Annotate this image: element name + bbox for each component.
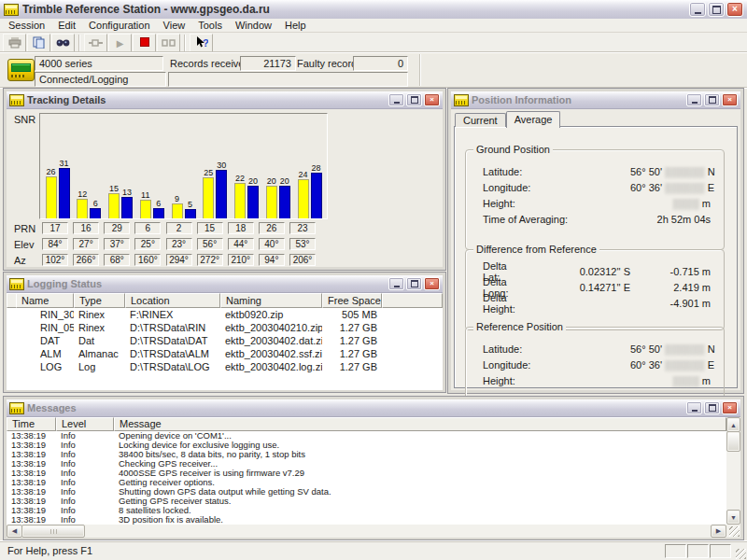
panel-divider (419, 54, 421, 86)
tab-average[interactable]: Average (506, 111, 561, 128)
list-item[interactable]: 13:38:19InfoGetting receiver options. (7, 478, 726, 487)
logging-cell: 1.27 GB (322, 360, 382, 373)
table-row[interactable]: RIN_30RinexF:\RINEXektb0920.zip505 MB (7, 308, 443, 321)
logging-column-name[interactable]: Name (16, 293, 74, 308)
list-item[interactable]: 13:38:19InfoGetting GPS receiver status. (7, 497, 726, 506)
messages-resize-grip[interactable] (726, 525, 740, 538)
scroll-right-icon[interactable]: ▶ (711, 525, 726, 538)
records-received-value: 21173 (240, 56, 296, 71)
snr-value-label: 20 (248, 176, 258, 186)
elev-cell: 25° (134, 238, 161, 250)
logging-column-blank[interactable] (382, 293, 443, 308)
tracking-maximize-button[interactable] (406, 93, 422, 106)
logging-cell: D:\TRSData\ALM (125, 347, 220, 360)
toolbar-stop-button[interactable] (133, 34, 156, 52)
messages-minimize-button[interactable] (686, 401, 702, 414)
messages-column-message[interactable]: Message (114, 417, 726, 431)
prn-cell: 18 (228, 222, 254, 234)
ground-latitude-value: 56° 50' ▒▒▒▒▒▒ N (630, 166, 711, 177)
logging-maximize-button[interactable] (406, 277, 422, 290)
menu-item-session[interactable]: Session (2, 19, 51, 32)
menu-item-tools[interactable]: Tools (191, 19, 229, 32)
close-button[interactable]: × (726, 2, 743, 17)
toolbar-find-button[interactable] (51, 34, 75, 52)
snr-value-label: 6 (156, 199, 161, 208)
logging-column-free-space[interactable]: Free Space (322, 293, 382, 308)
maximize-button[interactable] (708, 2, 725, 17)
satellite-column-prn-6: 116 (139, 190, 164, 218)
messages-close-button[interactable]: × (722, 401, 738, 414)
table-row[interactable]: LOGLogD:\TRSData\LOGektb_20030402.log.zi… (7, 360, 443, 373)
scroll-up-icon[interactable]: ▲ (726, 417, 740, 432)
logging-column-naming[interactable]: Naming (220, 293, 322, 308)
toolbar: ▶? (0, 32, 747, 53)
menu-item-configuration[interactable]: Configuration (82, 19, 156, 32)
tracking-minimize-button[interactable] (388, 93, 404, 106)
menu-item-view[interactable]: View (157, 19, 192, 32)
messages-column-level[interactable]: Level (56, 417, 114, 431)
snr-bar-unit: 20 (247, 176, 260, 218)
menu-item-edit[interactable]: Edit (51, 19, 82, 32)
menu-item-window[interactable]: Window (229, 19, 278, 32)
snr-bar-unit: 20 (265, 176, 277, 218)
snr-bar-chart: 26311261513116952530222020202428 (39, 113, 328, 219)
logging-cell: Almanac (74, 347, 125, 360)
position-maximize-button[interactable] (704, 93, 720, 106)
gps-receiver-icon (7, 59, 35, 81)
scroll-left-icon[interactable]: ◀ (7, 525, 22, 538)
prn-cell: 23 (289, 222, 316, 234)
context-help-icon: ? (195, 36, 208, 49)
logging-close-button[interactable]: × (424, 277, 440, 290)
list-item[interactable]: 13:38:19InfoChecking GPS receiver... (7, 459, 726, 469)
table-row[interactable]: RIN_05RinexD:\TRSData\RINektb_2003040210… (7, 321, 443, 334)
minimize-button[interactable] (689, 2, 706, 17)
menu-item-help[interactable]: Help (278, 19, 313, 32)
list-item[interactable]: 13:38:19Info4000SSE GPS receiver is usin… (7, 469, 726, 478)
snr-bar-blue (279, 186, 290, 218)
messages-vertical-scrollbar[interactable]: ▲ ▼ (726, 417, 740, 525)
list-item[interactable]: 13:38:19Info3D position fix is available… (7, 515, 726, 525)
message-cell: Info (56, 497, 114, 506)
toolbar-context-help-button[interactable]: ? (190, 34, 213, 52)
tab-current[interactable]: Current (455, 113, 506, 127)
window-resize-grip[interactable] (733, 542, 747, 560)
table-row[interactable]: ALMAlmanacD:\TRSData\ALMektb_20030402.ss… (7, 347, 443, 360)
snr-bar-unit: 31 (58, 159, 70, 218)
messages-column-time[interactable]: Time (7, 417, 56, 431)
toolbar-copy-button[interactable] (27, 34, 50, 52)
logging-list: NameTypeLocationNamingFree Space RIN_30R… (7, 293, 443, 390)
list-item[interactable]: 13:38:19InfoShutting down GPS data outpu… (7, 487, 726, 497)
logging-cell: 505 MB (322, 308, 382, 321)
ground-height-value: ▒▒▒▒ m (630, 198, 711, 209)
list-item[interactable]: 13:38:19Info38400 bits/sec, 8 data bits,… (7, 450, 726, 459)
logging-cell: LOG (16, 360, 74, 373)
print-icon (8, 37, 21, 49)
position-minimize-button[interactable] (686, 93, 702, 106)
logging-cell: ektb_20030402.log.zip (220, 360, 322, 373)
toolbar-connect-button (84, 34, 107, 52)
time-of-averaging-value: 2h 52m 04s (630, 214, 711, 225)
list-item[interactable]: 13:38:19Info8 satellites locked. (7, 506, 726, 515)
position-close-button[interactable]: × (722, 93, 738, 106)
az-cell: 94° (259, 254, 285, 266)
tracking-details-title-bar: Tracking Details × (7, 91, 443, 109)
tracking-close-button[interactable]: × (424, 93, 440, 106)
table-row[interactable]: DATDatD:\TRSData\DATektb_20030402.dat.zi… (7, 334, 443, 347)
logging-column-location[interactable]: Location (125, 293, 220, 308)
messages-maximize-button[interactable] (704, 401, 720, 414)
logging-minimize-button[interactable] (388, 277, 404, 290)
snr-bar-yellow (108, 193, 120, 218)
messages-horizontal-scrollbar[interactable]: ◀ ▶ (7, 525, 726, 538)
reference-longitude-value: 60° 36' ▒▒▒▒▒▒ E (630, 359, 711, 371)
messages-title-bar: Messages × (7, 399, 740, 417)
horizontal-scroll-thumb[interactable] (21, 525, 85, 538)
receiver-model-field: 4000 series (35, 56, 163, 71)
scroll-down-icon[interactable]: ▼ (726, 510, 740, 525)
list-item[interactable]: 13:38:19InfoOpening device on 'COM1'... (7, 431, 726, 441)
vertical-scroll-thumb[interactable] (726, 431, 740, 452)
logging-cell: Rinex (74, 308, 125, 321)
logging-column-type[interactable]: Type (74, 293, 125, 308)
list-item[interactable]: 13:38:19InfoLocking device for exclusive… (7, 441, 726, 450)
snr-bar-unit: 28 (310, 163, 322, 218)
application-window: Trimble Reference Station - www.gpsgeo.d… (0, 0, 747, 560)
